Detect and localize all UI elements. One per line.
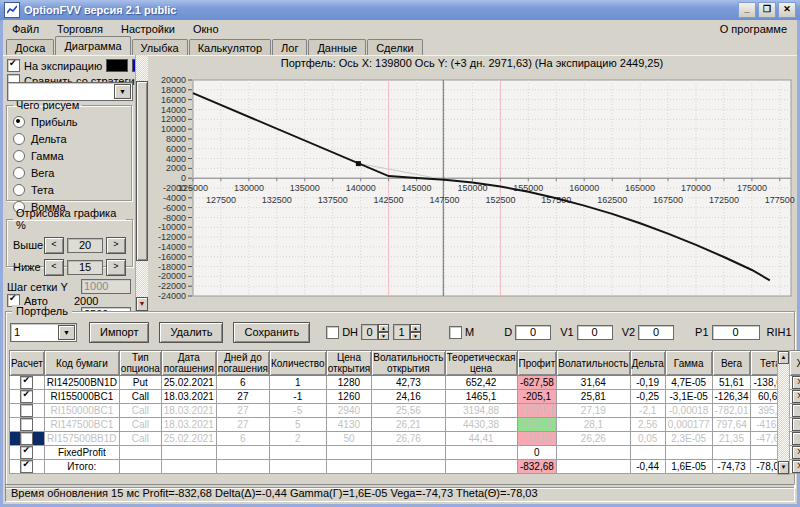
scrollbar-down-arrow-icon[interactable]: ▼ [778,461,789,474]
below-decrement-button[interactable]: < [44,259,64,276]
menu-about[interactable]: О программе [710,22,797,36]
import-button[interactable]: Импорт [89,322,149,343]
tab-kalkulyator[interactable]: Калькулятор [189,39,271,55]
scrollbar-thumb[interactable] [136,81,148,261]
tab-dannye[interactable]: Данные [308,39,366,55]
column-header[interactable]: Вега [712,351,751,376]
radio-theta[interactable]: Тета [13,181,125,198]
row-calc-cell[interactable] [10,390,45,404]
row-calc-checkbox[interactable] [20,376,33,389]
d-input[interactable]: 0 [515,325,551,340]
scrollbar-down-arrow-icon[interactable]: ▼ [136,297,148,311]
below-increment-button[interactable]: > [106,259,126,276]
left-panel-scrollbar[interactable]: ▼ [135,55,148,311]
row-calc-checkbox[interactable] [20,404,33,417]
chevron-down-icon[interactable]: ▼ [58,325,75,340]
column-header[interactable]: Профит [517,351,557,376]
spinner-up-icon[interactable]: ▲ [378,324,389,332]
m-checkbox[interactable] [449,326,462,339]
table-cell [445,460,517,474]
row-calc-cell[interactable] [10,418,45,432]
minimize-button[interactable]: _ [738,2,756,18]
column-header[interactable]: X [790,351,800,376]
spinner-down-icon[interactable]: ▼ [378,332,389,340]
row-delete-button[interactable]: X [792,404,800,417]
table-cell: Call [119,404,161,418]
chevron-down-icon[interactable]: ▼ [114,84,131,99]
titlebar[interactable]: OptionFVV версия 2.1 public _ ❐ ✕ [0,0,800,20]
spinner-arrows[interactable]: ▲▼ [410,324,421,340]
radio-vega[interactable]: Вега [13,164,125,181]
spinner-up-icon[interactable]: ▲ [410,324,421,332]
save-button[interactable]: Сохранить [233,322,310,343]
row-calc-cell[interactable] [10,376,45,390]
dh-spinner-2[interactable]: 1 ▲▼ [393,324,421,340]
statusbar: Время обновления 15 мс Profit=-832,68 De… [5,484,795,502]
row-calc-checkbox[interactable] [20,446,33,459]
svg-text:-4000: -4000 [163,193,186,203]
radio-profit[interactable]: Прибыль [13,113,125,130]
m-label: M [462,326,477,338]
grid-y-input[interactable]: 1000 [81,279,131,294]
row-delete-button[interactable]: X [792,418,800,431]
tab-log[interactable]: Лог [272,39,307,55]
close-button[interactable]: ✕ [778,2,796,18]
delete-button[interactable]: Удалить [159,322,223,343]
maximize-button[interactable]: ❐ [758,2,776,18]
column-header[interactable]: Расчет [10,351,45,376]
row-delete-button[interactable]: X [792,446,800,459]
row-calc-cell[interactable] [10,404,45,418]
row-delete-button[interactable]: X [792,432,800,445]
row-calc-cell[interactable] [10,446,45,460]
scrollbar-up-arrow-icon[interactable]: ▲ [778,351,789,364]
above-decrement-button[interactable]: < [44,237,64,254]
row-calc-checkbox[interactable] [20,460,33,473]
column-header[interactable]: Гамма [665,351,712,376]
dh-spinner-1[interactable]: 0 ▲▼ [361,324,389,340]
row-calc-checkbox[interactable] [20,418,33,431]
on-expiration-checkbox[interactable] [7,59,20,72]
v1-input[interactable]: 0 [577,325,613,340]
menu-trading[interactable]: Торговля [48,22,112,36]
tab-diagramma[interactable]: Диаграмма [55,36,130,55]
table-scrollbar[interactable]: ▲ ▼ [777,350,790,475]
row-delete-button[interactable]: X [792,376,800,389]
portfolio-group-label: Портфель [12,305,72,317]
tab-ulybka[interactable]: Улыбка [132,39,188,55]
row-calc-cell[interactable] [10,460,45,474]
row-delete-button[interactable]: X [792,390,800,403]
row-calc-checkbox[interactable] [20,432,33,445]
column-header[interactable]: Волатильность [557,351,630,376]
column-header[interactable]: Дата погашения [161,351,216,376]
column-header[interactable]: Тип опциона [119,351,161,376]
row-calc-checkbox[interactable] [20,390,33,403]
row-delete-button[interactable]: X [792,460,800,473]
p1-input[interactable]: 0 [712,325,760,340]
column-header[interactable]: Дней до погашения [216,351,269,376]
spinner-arrows[interactable]: ▲▼ [378,324,389,340]
expiration-color-swatch-1[interactable] [106,59,128,72]
menu-settings[interactable]: Настройки [112,22,184,36]
radio-delta[interactable]: Дельта [13,130,125,147]
v2-input[interactable]: 0 [638,325,674,340]
tab-sdelki[interactable]: Сделки [367,39,423,55]
column-header[interactable]: Дельта [630,351,665,376]
table-cell: 1,6E-05 [665,460,712,474]
column-header[interactable]: Количество [269,351,326,376]
spinner-down-icon[interactable]: ▼ [410,332,421,340]
row-calc-cell[interactable] [10,432,45,446]
column-header[interactable]: Волатильность открытия [372,351,445,376]
radio-gamma[interactable]: Гамма [13,147,125,164]
pl-chart[interactable]: -24000-22000-20000-18000-16000-14000-120… [149,74,797,312]
table-cell: 27 [216,404,269,418]
tab-doska[interactable]: Доска [6,39,54,55]
column-header[interactable]: Теоретическая цена [445,351,517,376]
svg-text:137500: 137500 [318,195,348,205]
dh-checkbox[interactable] [326,326,339,339]
menu-file[interactable]: Файл [3,22,48,36]
column-header[interactable]: Цена открытия [326,351,372,376]
menu-window[interactable]: Окно [184,22,228,36]
portfolio-combobox[interactable]: 1 ▼ [10,323,77,342]
above-increment-button[interactable]: > [106,237,126,254]
column-header[interactable]: Код бумаги [44,351,119,376]
